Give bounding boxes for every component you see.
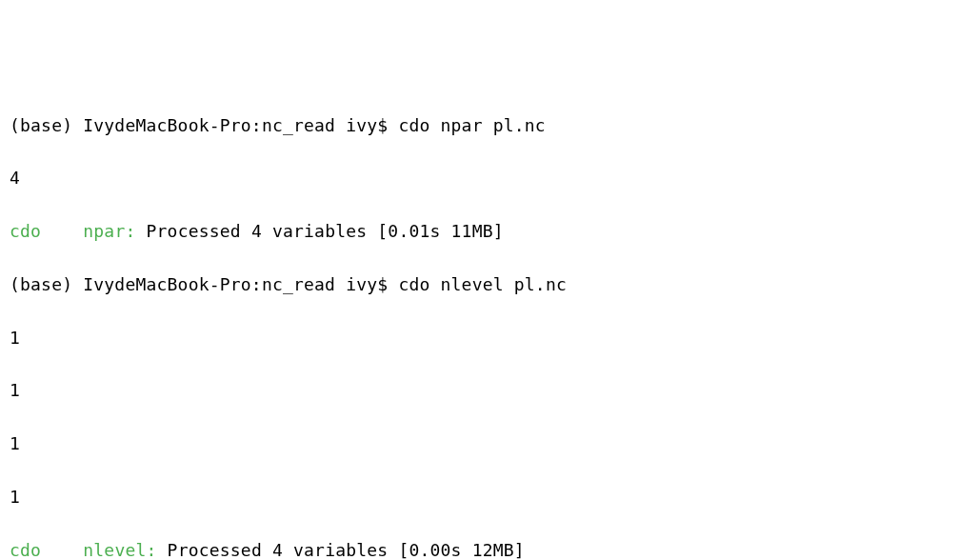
- op-label: npar:: [83, 221, 135, 241]
- spacer: [41, 540, 83, 560]
- spacer: [41, 221, 83, 241]
- prompt-text: (base) IvydeMacBook-Pro:nc_read ivy$: [10, 115, 398, 135]
- summary-line-npar: cdo npar: Processed 4 variables [0.01s 1…: [10, 218, 948, 245]
- output-npar: 4: [10, 165, 948, 191]
- program-label: cdo: [10, 540, 41, 560]
- command-text: cdo npar pl.nc: [398, 115, 546, 135]
- command-text: cdo nlevel pl.nc: [398, 274, 567, 294]
- output-nlevel-4: 1: [10, 484, 948, 510]
- cmd-line-nlevel: (base) IvydeMacBook-Pro:nc_read ivy$ cdo…: [10, 271, 948, 298]
- output-nlevel-1: 1: [10, 325, 948, 351]
- program-label: cdo: [10, 221, 41, 241]
- summary-text: Processed 4 variables [0.00s 12MB]: [168, 540, 525, 560]
- summary-line-nlevel: cdo nlevel: Processed 4 variables [0.00s…: [10, 537, 948, 560]
- op-label: nlevel:: [83, 540, 156, 560]
- output-nlevel-3: 1: [10, 430, 948, 457]
- prompt-text: (base) IvydeMacBook-Pro:nc_read ivy$: [10, 274, 398, 294]
- summary-text: Processed 4 variables [0.01s 11MB]: [147, 221, 504, 241]
- cmd-line-npar: (base) IvydeMacBook-Pro:nc_read ivy$ cdo…: [10, 112, 948, 139]
- spacer: [135, 221, 146, 241]
- output-nlevel-2: 1: [10, 377, 948, 404]
- spacer: [157, 540, 168, 560]
